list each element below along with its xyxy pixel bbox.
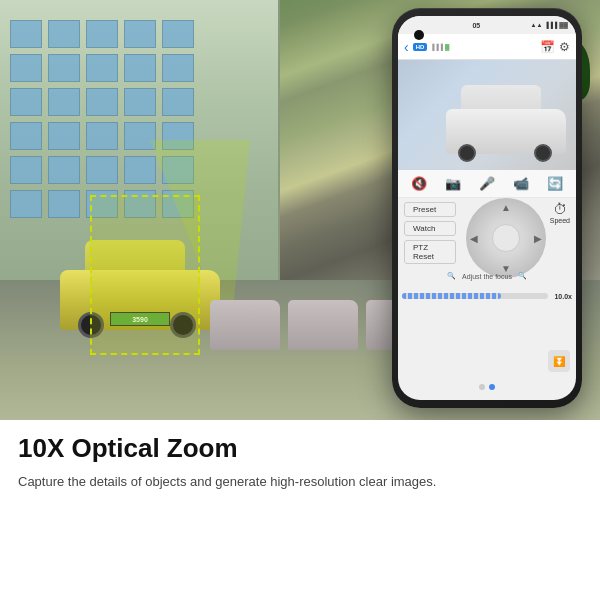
phone-mockup: 05 ▲▲ ▐▐▐ ▓▓ ‹ HD ▐▐▐ ▓ 📅 ⚙ [392,8,582,408]
window [10,190,42,218]
top-section: 3590 05 ▲▲ ▐▐▐ ▓▓ [0,0,600,420]
adjust-focus-text: Adjust the focus [462,273,512,280]
ptz-center [492,224,520,252]
product-description: Capture the details of objects and gener… [18,472,582,492]
battery-indicator: ▓ [445,44,449,50]
hd-badge: HD [413,43,428,51]
window [86,156,118,184]
ptz-up-arrow[interactable]: ▲ [501,202,511,213]
feed-car [446,92,566,162]
ptz-reset-button[interactable]: PTZ Reset [404,240,456,264]
window [162,88,194,116]
controls-row: 🔇 📷 🎤 📹 🔄 [398,170,576,198]
window [162,54,194,82]
focus-value: 10.0x [552,293,572,300]
status-time: 05 [422,22,531,29]
bg-car [288,300,358,350]
zoom-in-icon[interactable]: 🔍 [518,272,527,280]
settings-icon[interactable]: ⚙ [559,40,570,54]
feed-car-wheel-left [458,144,476,162]
signal-icon: ▐▐▐ [544,22,557,28]
phone-outer: 05 ▲▲ ▐▐▐ ▓▓ ‹ HD ▐▐▐ ▓ 📅 ⚙ [392,8,582,408]
window [10,54,42,82]
camera-feed [398,60,576,170]
page-dot-2 [489,384,495,390]
focus-bar[interactable] [402,293,548,299]
calendar-icon[interactable]: 📅 [540,40,555,54]
speed-control: ⏱ Speed [550,201,570,224]
bg-car [210,300,280,350]
bottom-section: 10X Optical Zoom Capture the details of … [0,420,600,600]
watch-button[interactable]: Watch [404,221,456,236]
back-button[interactable]: ‹ [404,39,409,55]
window [162,20,194,48]
window [10,88,42,116]
window [10,122,42,150]
status-icons: ▲▲ ▐▐▐ ▓▓ [531,22,568,28]
window [86,88,118,116]
focus-bar-row: 10.0x [402,286,572,306]
speed-label: Speed [550,217,570,224]
window [124,54,156,82]
window [10,156,42,184]
window [124,20,156,48]
wifi-icon: ▲▲ [531,22,543,28]
app-header: ‹ HD ▐▐▐ ▓ 📅 ⚙ [398,34,576,60]
mic-icon[interactable]: 🎤 [479,176,495,191]
ptz-ring: ▲ ▼ ◀ ▶ [466,198,546,278]
window [48,20,80,48]
camera-icon[interactable]: 📷 [445,176,461,191]
mute-icon[interactable]: 🔇 [411,176,427,191]
scroll-down-button[interactable]: ⏬ [548,350,570,372]
ptz-left-arrow[interactable]: ◀ [470,233,478,244]
record-icon[interactable]: 📹 [513,176,529,191]
window [48,122,80,150]
window [48,156,80,184]
window [124,88,156,116]
focus-bar-fill [402,293,501,299]
window [86,122,118,150]
signal-bars: ▐▐▐ [430,44,443,50]
phone-screen: 05 ▲▲ ▐▐▐ ▓▓ ‹ HD ▐▐▐ ▓ 📅 ⚙ [398,16,576,400]
window [48,54,80,82]
preset-buttons: Preset Watch PTZ Reset [404,202,456,264]
preset-button[interactable]: Preset [404,202,456,217]
ptz-right-arrow[interactable]: ▶ [534,233,542,244]
status-bar: 05 ▲▲ ▐▐▐ ▓▓ [398,16,576,34]
battery-icon: ▓▓ [559,22,568,28]
window [10,20,42,48]
adjust-focus-label: 🔍 Adjust the focus 🔍 [398,272,576,280]
product-title: 10X Optical Zoom [18,434,582,464]
window [86,54,118,82]
window [86,20,118,48]
refresh-icon[interactable]: 🔄 [547,176,563,191]
zoom-out-icon[interactable]: 🔍 [447,272,456,280]
speed-icon: ⏱ [553,201,567,217]
feed-car-wheel-right [534,144,552,162]
front-camera [414,30,424,40]
page-dot-1 [479,384,485,390]
window [48,190,80,218]
page-dots [479,384,495,390]
ptz-joystick[interactable]: ▲ ▼ ◀ ▶ [466,198,546,278]
detection-bounding-box [90,195,200,355]
window [48,88,80,116]
